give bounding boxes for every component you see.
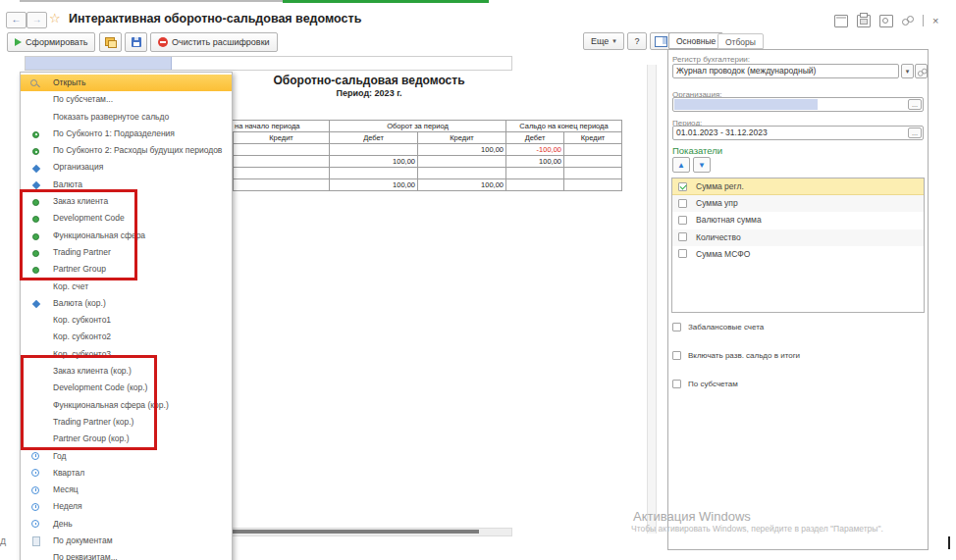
play-icon (15, 38, 22, 46)
register-link-button[interactable] (915, 64, 928, 78)
organization-selection-highlight (674, 99, 818, 110)
clear-decryption-button[interactable]: Очистить расшифровки (150, 32, 278, 52)
checkbox-checked-icon[interactable] (678, 182, 687, 191)
checkbox-icon[interactable] (678, 216, 687, 225)
move-up-button[interactable]: ▲ (672, 157, 690, 173)
menu-item-corr-subkonto2[interactable]: Кор. субконто2 (21, 329, 232, 345)
diamond-icon (32, 300, 40, 308)
menu-item-show-expanded-balance[interactable]: Показать развернутое сальдо (21, 109, 232, 126)
document-icon (32, 536, 40, 546)
menu-item-by-subaccounts[interactable]: По субсчетам... (21, 91, 232, 108)
report-settings-button[interactable] (99, 32, 122, 52)
help-button[interactable]: ? (627, 32, 647, 50)
menu-item-quarter[interactable]: Квартал (21, 465, 232, 482)
period-ellipsis-button[interactable]: ... (908, 127, 922, 138)
report-cell[interactable] (234, 156, 330, 168)
menu-item-year[interactable]: Год (21, 448, 232, 465)
report-cell[interactable]: -100,00 (506, 144, 564, 156)
account-filter-field[interactable] (25, 56, 512, 71)
close-icon[interactable]: × (932, 15, 942, 26)
report-cell[interactable] (564, 179, 622, 191)
menu-item-open[interactable]: Открыть (21, 75, 232, 91)
report-cell[interactable] (330, 168, 418, 179)
horizontal-scrollbar-thumb[interactable] (228, 530, 479, 534)
menu-item-subkonto2[interactable]: По Субконто 2: Расходы будущих периодов (21, 142, 232, 159)
list-item[interactable]: Сумма упр (672, 195, 924, 212)
windows-activation-watermark: Активация Windows (633, 509, 751, 524)
report-cell[interactable] (564, 144, 622, 156)
report-cell[interactable] (418, 168, 506, 179)
menu-item-by-documents[interactable]: По документам (21, 533, 232, 549)
option-include-expanded-balance[interactable]: Включать разв. сальдо в итоги (672, 349, 933, 363)
report-cell[interactable]: 100,00 (330, 179, 418, 191)
checkbox-icon[interactable] (678, 249, 687, 258)
list-item[interactable]: Сумма регл. (672, 178, 924, 195)
register-dropdown-button[interactable]: ▾ (901, 64, 914, 78)
report-title: Оборотно-сальдовая ведомость (233, 74, 505, 87)
favorite-star-icon[interactable]: ☆ (49, 12, 61, 25)
icon-divider (923, 15, 924, 26)
menu-item-month[interactable]: Месяц (21, 482, 232, 498)
checkbox-icon[interactable] (672, 323, 681, 331)
checkbox-icon[interactable] (672, 380, 681, 388)
checkbox-icon[interactable] (678, 199, 687, 208)
organization-field[interactable] (672, 97, 924, 112)
print-icon[interactable] (857, 15, 871, 27)
horizontal-scrollbar[interactable] (226, 528, 512, 536)
report-cell[interactable]: 100,00 (418, 179, 506, 191)
checkbox-icon[interactable] (678, 232, 687, 241)
annotation-box-1 (20, 189, 137, 280)
generate-button[interactable]: Сформировать (7, 32, 95, 52)
clock-icon (31, 520, 39, 528)
link-icon[interactable] (902, 16, 914, 26)
report-cell[interactable] (506, 179, 564, 191)
forward-button[interactable]: → (27, 12, 47, 28)
group-header-end: Сальдо на конец периода (506, 121, 622, 132)
report-cell[interactable]: 100,00 (330, 156, 418, 168)
tab-filters[interactable]: Отборы (717, 33, 764, 49)
top-progress-line (20, 0, 283, 2)
report-cell[interactable] (330, 144, 418, 156)
clock-icon (31, 486, 39, 494)
list-item[interactable]: Валютная сумма (672, 212, 924, 229)
help-button-label: ? (634, 36, 639, 46)
menu-item-by-attributes[interactable]: По реквизитам... (21, 549, 232, 560)
store-window-icon[interactable] (834, 15, 848, 27)
save-settings-button[interactable] (125, 32, 147, 52)
preview-icon[interactable] (879, 15, 893, 27)
organization-ellipsis-button[interactable]: ... (908, 99, 922, 110)
move-down-button[interactable]: ▼ (693, 157, 711, 173)
option-offbalance-accounts[interactable]: Забалансовые счета (672, 321, 933, 334)
menu-item-currency-corr[interactable]: Валюта (кор.) (21, 295, 232, 312)
back-button[interactable]: ← (6, 12, 27, 28)
windows-activation-watermark-subtext: Чтобы активировать Windows, перейдите в … (631, 524, 883, 534)
more-button-label: Еще (591, 36, 609, 46)
report-cell[interactable] (418, 156, 506, 168)
report-cell[interactable] (234, 144, 330, 156)
report-cell[interactable] (234, 179, 330, 191)
tab-main[interactable]: Основные (668, 32, 723, 49)
report-cell[interactable] (234, 168, 330, 179)
menu-item-week[interactable]: Неделя (21, 498, 232, 515)
menu-item-organization[interactable]: Организация (21, 159, 232, 176)
menu-item-subkonto1[interactable]: По Субконто 1: Подразделения (21, 126, 232, 142)
register-combo[interactable]: Журнал проводок (международный) (672, 64, 899, 78)
more-button[interactable]: Еще ▾ (583, 32, 624, 50)
menu-item-day[interactable]: День (21, 516, 232, 533)
report-cell[interactable] (564, 156, 622, 168)
list-item[interactable]: Количество (672, 229, 924, 246)
clock-icon (31, 469, 39, 477)
clock-icon (31, 452, 39, 460)
option-by-subaccounts[interactable]: По субсчетам (672, 378, 933, 391)
checkbox-icon[interactable] (672, 351, 681, 360)
report-cell[interactable]: 100,00 (506, 156, 564, 168)
list-item[interactable]: Сумма МСФО (672, 246, 924, 263)
subkonto-icon (32, 131, 39, 138)
vertical-scrollbar[interactable] (647, 65, 657, 534)
period-field[interactable]: 01.01.2023 - 31.12.2023 (672, 126, 924, 140)
report-cell[interactable] (506, 168, 564, 179)
menu-item-corr-subkonto1[interactable]: Кор. субконто1 (21, 312, 232, 329)
report-cell[interactable] (564, 168, 622, 179)
menu-item-corr-account[interactable]: Кор. счет (21, 279, 232, 295)
report-cell[interactable]: 100,00 (418, 144, 506, 156)
